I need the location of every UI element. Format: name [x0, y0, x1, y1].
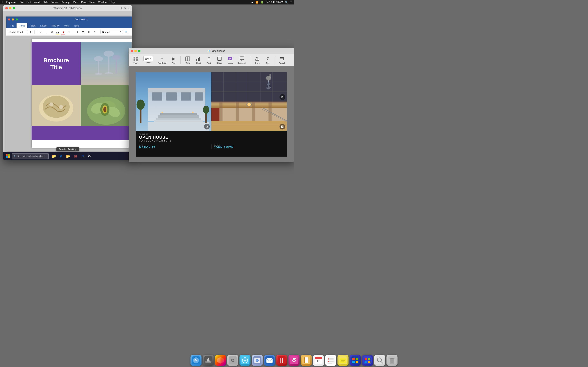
menu-play[interactable]: Play: [81, 1, 86, 4]
win-explorer-icon[interactable]: 📂: [65, 153, 71, 159]
win10-settings-icon[interactable]: ⚙: [121, 7, 122, 9]
tool-media[interactable]: Media: [226, 55, 234, 65]
menubar-right: ◼ 📶 🔋 Fri 10:49:03 AM 🔍 ☰: [251, 1, 292, 4]
tool-zoom[interactable]: 65% ▼ Zoom: [142, 55, 155, 65]
brochure-food-image-1: [32, 85, 81, 126]
menu-share[interactable]: Share: [89, 1, 95, 4]
keynote-min-button[interactable]: [134, 50, 137, 52]
tab-review[interactable]: Review: [50, 23, 62, 28]
win-office-icon[interactable]: ⊞: [72, 153, 79, 159]
tab-table[interactable]: Table: [71, 23, 82, 28]
tool-tips[interactable]: ? Tips: [263, 55, 272, 65]
win-ie-icon[interactable]: e: [58, 153, 64, 159]
menu-file[interactable]: File: [20, 1, 24, 4]
menu-window[interactable]: Window: [98, 1, 107, 4]
toolbar-sep-1: [36, 30, 36, 34]
tips-icon: ?: [265, 56, 271, 62]
close-button[interactable]: [5, 7, 8, 9]
menu-view[interactable]: View: [73, 1, 78, 4]
tab-view[interactable]: View: [62, 23, 72, 28]
chart-icon: [195, 56, 201, 62]
svg-rect-36: [218, 57, 221, 60]
font-selector[interactable]: Corbel (Head: [8, 30, 26, 34]
tool-chart[interactable]: Chart: [194, 55, 203, 65]
menu-insert[interactable]: Insert: [34, 1, 40, 4]
tab-file[interactable]: File: [8, 23, 17, 28]
bold-button[interactable]: B: [38, 30, 43, 34]
keynote-close-button[interactable]: [131, 50, 133, 52]
tool-shape[interactable]: Shape: [215, 55, 224, 65]
date-label: DATE: [139, 144, 209, 146]
tool-format[interactable]: Format: [277, 55, 287, 65]
svg-rect-22: [6, 154, 8, 156]
svg-rect-8: [116, 60, 117, 74]
tool-table[interactable]: Table: [183, 55, 192, 65]
format-label: Format: [279, 62, 285, 64]
tool-add-slide[interactable]: + Add Slide: [156, 55, 168, 65]
win10-fullscreen-icon[interactable]: ⛶: [128, 7, 130, 9]
tab-layout[interactable]: Layout: [38, 23, 50, 28]
font-size-selector[interactable]: 48: [27, 30, 35, 34]
menu-arrange[interactable]: Arrange: [61, 1, 70, 4]
font-color-button[interactable]: A: [61, 30, 66, 34]
menu-format[interactable]: Format: [51, 1, 59, 4]
svg-rect-48: [148, 88, 205, 92]
svg-rect-24: [6, 156, 8, 158]
highlight-button[interactable]: ab: [55, 30, 60, 34]
oh-info-bar: PROJECT OPEN HOUSE FOR LOCAL REALTORS DA…: [136, 131, 287, 157]
word-close-button[interactable]: [8, 18, 10, 21]
tool-play[interactable]: ▶ Play: [169, 55, 178, 65]
table-icon: [185, 56, 190, 62]
apple-logo[interactable]: : [2, 1, 3, 4]
tool-comment[interactable]: Comment: [236, 55, 247, 65]
win10-expand-icon[interactable]: ⤡: [124, 7, 126, 9]
tab-insert[interactable]: Insert: [27, 23, 38, 28]
align-button[interactable]: ≡: [86, 30, 91, 34]
tool-text[interactable]: T Text: [204, 55, 213, 65]
word-toolbar: Corbel (Head 48 B I U ab A ▼ ≡ ≣ ≡ ▼ Nor…: [6, 28, 132, 36]
share-icon: [254, 56, 260, 62]
underline-button[interactable]: U: [49, 30, 54, 34]
find-button[interactable]: 🔍: [124, 30, 129, 34]
tab-home[interactable]: Home: [17, 23, 27, 28]
brochure-top: Brochure Title: [32, 42, 132, 85]
zoom-box[interactable]: 65% ▼: [143, 56, 153, 61]
word-window: Document (2) − □ ✕ File Home Insert Layo…: [6, 16, 132, 151]
word-min-button[interactable]: [12, 18, 14, 21]
numbered-list-button[interactable]: ≣: [81, 30, 86, 34]
word-max-button[interactable]: [16, 18, 18, 21]
win-start-button[interactable]: [4, 153, 11, 159]
zoom-value: 65%: [145, 58, 149, 60]
style-selector[interactable]: Normal ▼: [100, 30, 123, 34]
align-arrow[interactable]: ▼: [92, 30, 97, 34]
menu-help[interactable]: Help: [110, 1, 115, 4]
photo-3-icon[interactable]: 🖼: [279, 124, 285, 129]
svg-rect-91: [211, 108, 219, 121]
comment-label: Comment: [238, 62, 246, 64]
menu-edit[interactable]: Edit: [26, 1, 31, 4]
toolbar-sep-2: [73, 30, 73, 34]
svg-rect-51: [181, 92, 191, 100]
italic-button[interactable]: I: [44, 30, 49, 34]
svg-rect-86: [211, 121, 287, 131]
tool-view[interactable]: View: [131, 55, 140, 65]
win-vm-icon[interactable]: 🖥: [79, 153, 86, 159]
maximize-button[interactable]: [13, 7, 15, 9]
keynote-max-button[interactable]: [138, 50, 140, 52]
font-color-arrow[interactable]: ▼: [67, 30, 71, 34]
win-search-box[interactable]: 🔍 Search the web and Windows: [12, 153, 49, 159]
keynote-window: 📊 OpenHouse View 65% ▼ Zoom: [129, 48, 294, 162]
tool-share[interactable]: Share: [253, 55, 262, 65]
win-files-icon[interactable]: 📁: [51, 153, 57, 159]
photo-1-icon[interactable]: 🖼: [204, 124, 210, 129]
svg-point-3: [95, 73, 102, 75]
menu-slide[interactable]: Slide: [43, 1, 48, 4]
svg-rect-49: [152, 92, 162, 100]
win10-title: Windows 10 Tech Preview: [15, 7, 121, 9]
photo-2-icon[interactable]: 🖼: [279, 94, 285, 100]
minimize-button[interactable]: [9, 7, 11, 9]
app-name: Keynote: [6, 1, 16, 4]
bullets-button[interactable]: ≡: [75, 30, 80, 34]
word-doc-area: Brochure Title: [6, 36, 132, 151]
win-word-icon[interactable]: W: [86, 153, 93, 159]
